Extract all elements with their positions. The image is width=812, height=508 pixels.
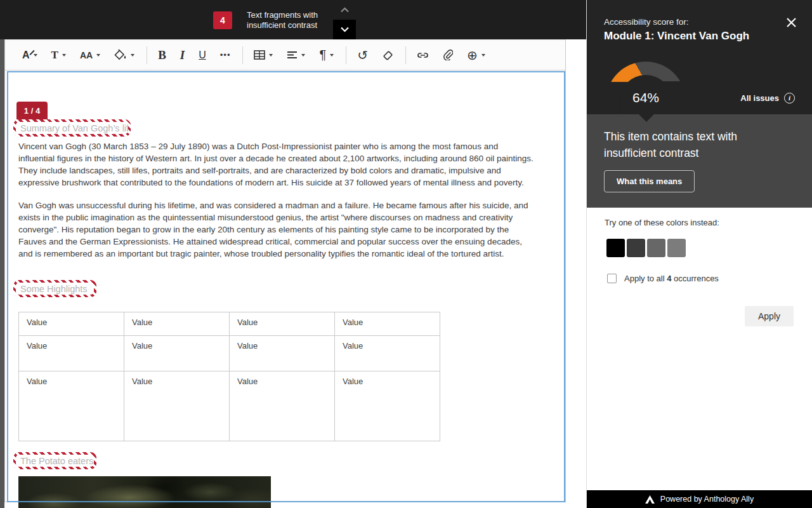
table-cell[interactable]: Value	[19, 312, 124, 336]
undo-button[interactable]: ↺	[353, 44, 372, 66]
issue-position-badge: 1 / 4	[16, 102, 48, 119]
editor-content-area[interactable]: 1 / 4 Summary of Van Gogh’s life Vincent…	[5, 70, 565, 502]
table-cell[interactable]: Value	[19, 371, 124, 441]
font-size-icon: AA	[80, 50, 93, 60]
next-issue-button[interactable]	[333, 20, 356, 39]
table-cell[interactable]: Value	[124, 336, 230, 371]
accessibility-score-gauge: 64%	[606, 62, 686, 102]
insert-link-button[interactable]	[412, 44, 433, 66]
apply-all-prefix: Apply to all	[624, 274, 667, 283]
undo-icon: ↺	[357, 48, 368, 63]
page-background-strip	[0, 39, 4, 508]
content-table: Value Value Value Value Value Value Valu…	[18, 312, 440, 441]
table-cell[interactable]: Value	[124, 312, 230, 336]
anthology-logo-icon	[645, 495, 655, 504]
apply-all-label: Apply to all 4 occurrences	[624, 274, 719, 283]
more-formatting-button[interactable]: •••	[216, 44, 235, 66]
potato-eaters-painting-image[interactable]	[18, 476, 271, 508]
apply-button[interactable]: Apply	[745, 306, 794, 326]
paint-bucket-icon	[114, 50, 127, 60]
color-swatch-gray[interactable]	[647, 239, 665, 257]
table-icon	[254, 50, 265, 60]
issue-bar-label-line2: insufficient contrast	[247, 20, 318, 30]
italic-icon: I	[180, 48, 185, 62]
add-circle-icon: ⊕	[467, 48, 478, 63]
dropdown-caret-icon	[301, 54, 305, 57]
bold-icon: B	[158, 48, 166, 62]
panel-pointer-notch	[639, 114, 654, 122]
toolbar-divider	[346, 46, 346, 64]
editor-toolbar: A T AA B I U	[5, 40, 565, 70]
insert-content-button[interactable]: ⊕	[462, 44, 490, 66]
underline-button[interactable]: U	[194, 44, 211, 66]
pencil-icon	[29, 48, 36, 55]
issue-description-section: This item contains text with insufficien…	[587, 114, 812, 208]
score-title-label: Accessibility score for:	[604, 17, 689, 27]
table-button[interactable]	[249, 44, 277, 66]
close-panel-button[interactable]	[784, 15, 798, 29]
issue-navigation	[333, 0, 356, 39]
what-this-means-button[interactable]: What this means	[604, 170, 695, 192]
contrast-issue-highlight[interactable]: The Potato eaters	[13, 452, 96, 469]
align-left-icon	[287, 51, 298, 59]
dropdown-caret-icon	[330, 54, 334, 57]
font-size-button[interactable]: AA	[75, 44, 105, 66]
paragraph-van-gogh-bio: Vincent van Gogh (30 March 1853 – 29 Jul…	[18, 140, 534, 189]
chevron-down-icon	[340, 27, 350, 32]
alignment-button[interactable]	[282, 44, 310, 66]
chevron-up-icon	[340, 7, 350, 13]
underline-icon: U	[199, 50, 206, 61]
dropdown-caret-icon	[481, 54, 485, 57]
paragraph-format-button[interactable]: ¶	[315, 44, 338, 66]
toolbar-divider	[405, 46, 406, 64]
highlight-color-button[interactable]	[110, 44, 139, 66]
color-swatch-black[interactable]	[606, 239, 625, 257]
table-cell[interactable]: Value	[335, 336, 440, 371]
all-issues-link[interactable]: All issues i	[740, 91, 795, 105]
apply-all-checkbox[interactable]	[607, 274, 617, 283]
issue-bar-label-line1: Text fragments with	[247, 10, 318, 20]
ally-footer[interactable]: Powered by Anthology Ally	[587, 490, 812, 508]
previous-issue-button[interactable]	[333, 0, 356, 20]
paperclip-icon	[443, 50, 453, 60]
ally-accessibility-panel: Accessibility score for: Module 1: Vince…	[586, 0, 812, 508]
table-cell[interactable]: Value	[335, 312, 440, 336]
heading-highlights: Some Highlights	[16, 283, 94, 295]
issue-heading: This item contains text with insufficien…	[604, 128, 769, 161]
table-cell[interactable]: Value	[19, 336, 124, 371]
table-cell[interactable]: Value	[124, 371, 230, 441]
link-icon	[417, 51, 429, 59]
content-editor-window: A T AA B I U	[4, 39, 566, 502]
contrast-issue-highlight[interactable]: Some Highlights	[13, 280, 96, 297]
color-swatch-light-gray[interactable]	[667, 239, 686, 257]
table-cell[interactable]: Value	[230, 371, 335, 441]
attach-file-button[interactable]	[438, 44, 457, 66]
apply-all-suffix: occurrences	[671, 274, 718, 283]
module-title: Module 1: Vincent Van Gogh	[604, 30, 749, 43]
info-icon: i	[784, 93, 795, 104]
contrast-issue-highlight[interactable]: Summary of Van Gogh’s life	[13, 119, 131, 137]
dropdown-caret-icon	[269, 54, 273, 57]
apply-all-row: Apply to all 4 occurrences	[607, 274, 719, 283]
color-suggestion-label: Try one of these colors instead:	[605, 218, 719, 227]
table-cell[interactable]: Value	[230, 312, 335, 336]
dropdown-caret-icon	[96, 54, 100, 57]
text-color-button[interactable]: A	[18, 44, 42, 66]
paragraph-van-gogh-legacy: Van Gogh was unsuccessful during his lif…	[18, 199, 534, 260]
footer-label: Powered by Anthology Ally	[660, 495, 754, 504]
paragraph-icon: ¶	[319, 48, 326, 62]
italic-button[interactable]: I	[176, 44, 189, 66]
text-color-icon: A	[22, 50, 30, 61]
all-issues-label: All issues	[740, 93, 779, 103]
issue-bar-label: Text fragments with insufficient contras…	[247, 10, 318, 30]
heading-potato-eaters: The Potato eaters	[16, 455, 94, 467]
heading-summary: Summary of Van Gogh’s life	[16, 122, 128, 134]
clear-formatting-button[interactable]	[377, 44, 398, 66]
color-swatch-dark-gray[interactable]	[627, 239, 645, 257]
eraser-icon	[382, 50, 393, 60]
bold-button[interactable]: B	[154, 44, 171, 66]
score-percent: 64%	[606, 90, 686, 105]
font-family-button[interactable]: T	[47, 44, 70, 66]
table-cell[interactable]: Value	[230, 336, 335, 371]
table-cell[interactable]: Value	[335, 371, 440, 441]
